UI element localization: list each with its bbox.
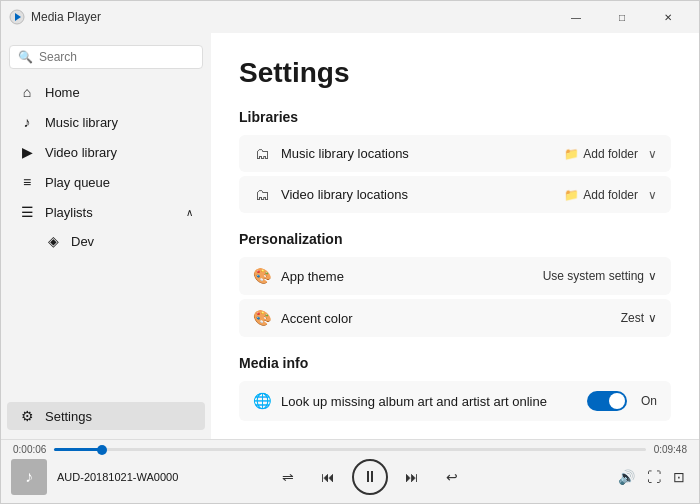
volume-button[interactable]: 🔊 [614,465,639,489]
main-layout: 🔍 ⌂ Home ♪ Music library ▶ Video library… [1,33,699,439]
app-theme-value: Use system setting [543,269,644,283]
dev-icon: ◈ [45,233,61,249]
toggle-knob [609,393,625,409]
app-title: Media Player [31,10,101,24]
toggle-on-label: On [641,394,657,408]
sidebar-item-home[interactable]: ⌂ Home [7,78,205,106]
music-icon: ♪ [19,114,35,130]
accent-color-row: 🎨 Accent color Zest ∨ [239,299,671,337]
folder-icon-video: 🗂 [253,186,271,203]
sidebar-item-dev[interactable]: ◈ Dev [7,228,205,254]
sidebar-item-dev-label: Dev [71,234,94,249]
controls-center: ⇌ ⏮ ⏸ ⏭ ↩ [211,459,529,495]
current-time: 0:00:06 [13,444,46,455]
settings-content: Settings Libraries 🗂 Music library locat… [211,33,699,439]
personalization-section: Personalization 🎨 App theme Use system s… [239,231,671,337]
music-library-label: Music library locations [281,146,554,161]
app-icon [9,9,25,25]
controls-right: 🔊 ⛶ ⊡ [529,465,689,489]
previous-button[interactable]: ⏮ [312,461,344,493]
chevron-down-icon-music[interactable]: ∨ [648,147,657,161]
player-controls: ♪ AUD-20181021-WA0000 ⇌ ⏮ ⏸ ⏭ ↩ 🔊 ⛶ ⊡ [1,455,699,503]
accent-color-label: Accent color [281,311,611,326]
chevron-down-icon-video[interactable]: ∨ [648,188,657,202]
sidebar-item-playlists-label: Playlists [45,205,93,220]
sidebar-item-settings-label: Settings [45,409,92,424]
repeat-button[interactable]: ↩ [436,461,468,493]
track-thumbnail: ♪ [11,459,47,495]
video-icon: ▶ [19,144,35,160]
folder-icon-music: 🗂 [253,145,271,162]
minimize-button[interactable]: — [553,1,599,33]
add-folder-music-button[interactable]: 📁 Add folder [564,147,638,161]
add-folder-icon-video: 📁 [564,188,579,202]
accent-color-value-button[interactable]: Zest ∨ [621,311,657,325]
album-art-toggle[interactable] [587,391,627,411]
libraries-section-title: Libraries [239,109,671,125]
app-theme-label: App theme [281,269,533,284]
media-info-section: Media info 🌐 Look up missing album art a… [239,355,671,421]
add-folder-icon: 📁 [564,147,579,161]
album-art-row: 🌐 Look up missing album art and artist a… [239,381,671,421]
sidebar-item-play-queue[interactable]: ≡ Play queue [7,168,205,196]
pause-button[interactable]: ⏸ [352,459,388,495]
add-folder-music-label: Add folder [583,147,638,161]
progress-dot [97,445,107,455]
page-title: Settings [239,57,671,89]
sidebar-item-queue-label: Play queue [45,175,110,190]
sidebar-item-video-label: Video library [45,145,117,160]
sidebar-item-settings[interactable]: ⚙ Settings [7,402,205,430]
music-library-row: 🗂 Music library locations 📁 Add folder ∨ [239,135,671,172]
chevron-down-icon-accent: ∨ [648,311,657,325]
close-button[interactable]: ✕ [645,1,691,33]
chevron-down-icon-theme: ∨ [648,269,657,283]
search-box[interactable]: 🔍 [9,45,203,69]
music-note-icon: ♪ [25,468,33,486]
next-button[interactable]: ⏭ [396,461,428,493]
accent-icon: 🎨 [253,309,271,327]
media-info-section-title: Media info [239,355,671,371]
track-info: ♪ AUD-20181021-WA0000 [11,459,211,495]
queue-icon: ≡ [19,174,35,190]
titlebar: Media Player — □ ✕ [1,1,699,33]
theme-icon: 🎨 [253,267,271,285]
maximize-button[interactable]: □ [599,1,645,33]
mini-player-button[interactable]: ⊡ [669,465,689,489]
playlists-icon: ☰ [19,204,35,220]
sidebar-bottom: ⚙ Settings [1,401,211,431]
libraries-section: Libraries 🗂 Music library locations 📁 Ad… [239,109,671,213]
progress-row: 0:00:06 0:09:48 [1,440,699,455]
titlebar-left: Media Player [9,9,553,25]
sidebar-item-music-label: Music library [45,115,118,130]
shuffle-button[interactable]: ⇌ [272,461,304,493]
home-icon: ⌂ [19,84,35,100]
sidebar-item-video-library[interactable]: ▶ Video library [7,138,205,166]
add-folder-video-label: Add folder [583,188,638,202]
sidebar-item-playlists[interactable]: ☰ Playlists ∧ [7,198,205,226]
progress-fill [54,448,101,451]
search-icon: 🔍 [18,50,33,64]
add-folder-video-button[interactable]: 📁 Add folder [564,188,638,202]
track-name: AUD-20181021-WA0000 [57,471,178,483]
personalization-section-title: Personalization [239,231,671,247]
app-theme-value-button[interactable]: Use system setting ∨ [543,269,657,283]
fullscreen-button[interactable]: ⛶ [643,465,665,489]
globe-icon: 🌐 [253,392,271,410]
titlebar-controls: — □ ✕ [553,1,691,33]
progress-track[interactable] [54,448,645,451]
sidebar: 🔍 ⌂ Home ♪ Music library ▶ Video library… [1,33,211,439]
search-input[interactable] [39,50,194,64]
video-library-row: 🗂 Video library locations 📁 Add folder ∨ [239,176,671,213]
total-time: 0:09:48 [654,444,687,455]
player-bar: 0:00:06 0:09:48 ♪ AUD-20181021-WA0000 ⇌ … [1,439,699,503]
sidebar-item-music-library[interactable]: ♪ Music library [7,108,205,136]
accent-color-value: Zest [621,311,644,325]
app-theme-row: 🎨 App theme Use system setting ∨ [239,257,671,295]
chevron-up-icon: ∧ [186,207,193,218]
album-art-label: Look up missing album art and artist art… [281,394,577,409]
settings-icon: ⚙ [19,408,35,424]
sidebar-item-home-label: Home [45,85,80,100]
video-library-label: Video library locations [281,187,554,202]
